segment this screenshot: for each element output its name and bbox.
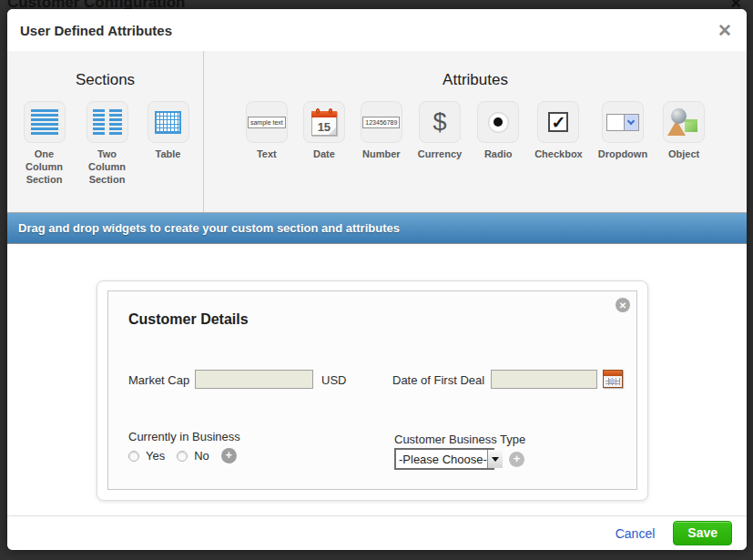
- cancel-link[interactable]: Cancel: [616, 526, 656, 541]
- table-label: Table: [156, 148, 181, 161]
- dropdown-label: Dropdown: [598, 148, 647, 161]
- sections-tile-row: One Column Section Two Column Section Ta…: [7, 101, 203, 186]
- checkbox-label: Checkbox: [534, 148, 583, 161]
- currency-label: Currency: [418, 148, 462, 161]
- widget-date[interactable]: 15 Date: [303, 101, 345, 161]
- dialog-title: User Defined Attributes: [20, 23, 172, 38]
- section-title: Customer Details: [128, 311, 249, 328]
- dialog-header: User Defined Attributes ✕: [7, 9, 747, 51]
- market-cap-input[interactable]: [195, 370, 313, 389]
- dollar-icon: $: [419, 101, 461, 143]
- table-grid-icon: [148, 101, 189, 143]
- object-label: Object: [668, 148, 699, 161]
- sections-heading: Sections: [7, 71, 203, 89]
- radio-label: Radio: [484, 148, 513, 161]
- radio-yes[interactable]: [128, 451, 139, 462]
- add-radio-option-button[interactable]: +: [221, 448, 237, 463]
- date-of-first-deal-label: Date of First Deal: [392, 373, 484, 387]
- widget-radio[interactable]: Radio: [477, 101, 519, 161]
- text-label: Text: [257, 148, 277, 161]
- text-sample-icon: sample text: [246, 101, 288, 143]
- date-label: Date: [313, 148, 335, 161]
- radio-no[interactable]: [177, 451, 188, 462]
- attributes-heading: Attributes: [204, 71, 747, 89]
- user-defined-attributes-dialog: User Defined Attributes ✕ Sections One C…: [7, 9, 747, 550]
- checkbox-check-glyph: ✓: [548, 112, 568, 132]
- customer-details-section: ✕ Customer Details Market Cap USD Date o…: [107, 290, 637, 490]
- two-column-label: Two Column Section: [85, 148, 130, 186]
- widget-dropdown[interactable]: Dropdown: [598, 101, 647, 161]
- dollar-symbol: $: [432, 108, 446, 137]
- checkbox-icon: ✓: [537, 101, 579, 143]
- drag-drop-banner-text: Drag and drop widgets to create your cus…: [18, 221, 400, 235]
- attributes-tile-row: sample text Text 15 Date: [204, 101, 747, 161]
- widget-one-column-section[interactable]: One Column Section: [22, 101, 67, 186]
- market-cap-label: Market Cap: [128, 373, 189, 387]
- two-column-icon: [86, 101, 128, 143]
- widget-table-section[interactable]: Table: [148, 101, 189, 161]
- design-canvas: ✕ Customer Details Market Cap USD Date o…: [7, 244, 747, 515]
- select-dropdown-arrow-icon[interactable]: [487, 450, 503, 468]
- date-of-first-deal-input[interactable]: [491, 370, 597, 389]
- currently-in-business-radio-group: Yes No +: [128, 448, 237, 463]
- radio-yes-label: Yes: [146, 449, 165, 463]
- dropdown-icon: [602, 101, 644, 143]
- text-sample-content: sample text: [248, 117, 286, 128]
- select-selected-value: -Please Choose-: [396, 453, 487, 466]
- widget-palette: Sections One Column Section Two Column S…: [7, 51, 747, 212]
- drag-drop-banner: Drag and drop widgets to create your cus…: [7, 212, 747, 244]
- radio-icon: [477, 101, 519, 143]
- object-3d-icon: [663, 101, 705, 143]
- one-column-label: One Column Section: [22, 148, 67, 186]
- calendar-icon: 15: [303, 101, 345, 143]
- customer-business-type-label: Customer Business Type: [394, 433, 525, 446]
- market-cap-suffix: USD: [321, 373, 346, 387]
- widget-object[interactable]: Object: [663, 101, 705, 161]
- custom-section-container: ✕ Customer Details Market Cap USD Date o…: [97, 280, 648, 501]
- add-dropdown-option-button[interactable]: +: [509, 452, 524, 467]
- dialog-close-icon[interactable]: ✕: [717, 22, 732, 39]
- save-button[interactable]: Save: [673, 521, 732, 545]
- section-remove-icon[interactable]: ✕: [616, 298, 630, 312]
- one-column-icon: [24, 101, 66, 143]
- customer-business-type-select[interactable]: -Please Choose-: [394, 448, 494, 470]
- radio-no-label: No: [194, 449, 209, 463]
- number-label: Number: [362, 148, 401, 161]
- sections-panel: Sections One Column Section Two Column S…: [7, 51, 204, 212]
- widget-checkbox[interactable]: ✓ Checkbox: [534, 101, 583, 161]
- attributes-panel: Attributes sample text Text 15: [204, 51, 747, 212]
- widget-text[interactable]: sample text Text: [246, 101, 288, 161]
- number-sample-content: 123456789: [362, 117, 400, 128]
- widget-currency[interactable]: $ Currency: [418, 101, 462, 161]
- widget-two-column-section[interactable]: Two Column Section: [85, 101, 130, 186]
- dialog-footer: Cancel Save: [7, 515, 747, 550]
- currently-in-business-label: Currently in Business: [128, 430, 240, 443]
- widget-number[interactable]: 123456789 Number: [361, 101, 402, 161]
- date-picker-icon[interactable]: [603, 370, 623, 388]
- number-sample-icon: 123456789: [361, 101, 402, 143]
